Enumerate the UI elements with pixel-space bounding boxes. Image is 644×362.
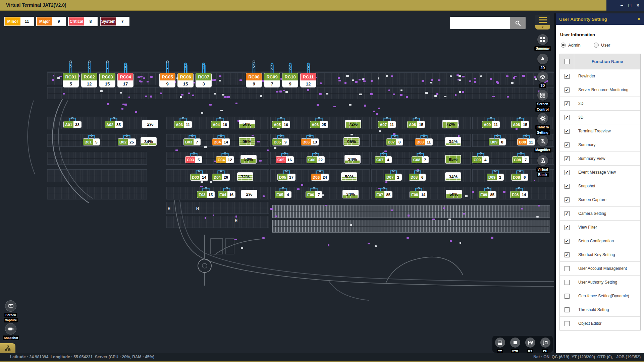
function-checkbox[interactable]: ✓ xyxy=(565,239,570,244)
yt-vehicle-icon[interactable] xyxy=(495,338,505,348)
crane-badge-rc05[interactable]: RC059 xyxy=(160,73,175,87)
terminal-map[interactable]: HHHRC015RC0212RC0315RC0417RC059RC0615RC0… xyxy=(0,0,554,353)
function-checkbox[interactable]: ✓ xyxy=(565,101,570,106)
occupancy-badge[interactable]: 2% xyxy=(143,120,158,128)
crane-badge-rc04[interactable]: RC0417 xyxy=(118,73,133,87)
function-checkbox[interactable]: ✓ xyxy=(565,184,570,189)
block-badge-c08[interactable]: C087 xyxy=(412,157,428,163)
otr-vehicle-icon[interactable] xyxy=(510,338,520,348)
block-badge-e07[interactable]: E0785 xyxy=(375,191,392,198)
alert-critical[interactable]: Critical8 xyxy=(68,17,98,26)
screengrid-icon[interactable] xyxy=(537,90,548,101)
magnifier-icon[interactable] xyxy=(537,136,548,146)
block-badge-c09[interactable]: C094 xyxy=(472,157,489,163)
block-badge-c07[interactable]: C074 xyxy=(375,157,391,163)
block-badge-b08[interactable]: B0811 xyxy=(415,139,432,145)
block-badge-d05[interactable]: D0517 xyxy=(278,174,295,180)
block-badge-d07[interactable]: D072 xyxy=(385,174,401,180)
function-checkbox[interactable] xyxy=(565,280,570,285)
block-badge-e08[interactable]: E0814 xyxy=(410,191,427,198)
select-all-checkbox[interactable] xyxy=(565,59,570,64)
minimize-button[interactable]: − xyxy=(620,3,623,8)
occupancy-badge[interactable]: 72% xyxy=(237,173,253,181)
block-badge-b02[interactable]: B0225 xyxy=(118,139,136,145)
block-badge-e04[interactable]: E0416 xyxy=(218,191,235,198)
block-badge-b07[interactable]: B078 xyxy=(386,139,403,145)
occupancy-badge[interactable]: 50% xyxy=(239,120,255,128)
block-badge-c08[interactable]: C087 xyxy=(513,157,529,163)
function-checkbox[interactable]: ✓ xyxy=(565,87,570,93)
function-checkbox[interactable]: ✓ xyxy=(565,252,570,257)
occupancy-badge[interactable]: 34% xyxy=(345,155,360,163)
function-checkbox[interactable] xyxy=(565,307,570,312)
function-checkbox[interactable] xyxy=(565,266,570,271)
crane-badge-rc03[interactable]: RC0315 xyxy=(100,73,115,87)
function-checkbox[interactable]: ✓ xyxy=(565,129,570,134)
block-badge-b06[interactable]: B0613 xyxy=(301,139,319,145)
radio-user[interactable]: User xyxy=(594,43,625,48)
eh-vehicle-icon[interactable] xyxy=(540,338,550,348)
block-badge-e09[interactable]: E0985 xyxy=(479,191,496,198)
occupancy-badge[interactable]: 72% xyxy=(345,120,361,128)
block-badge-e03[interactable]: E0315 xyxy=(197,191,214,198)
block-badge-a04[interactable]: A0418 xyxy=(211,121,229,128)
shape3d-icon[interactable] xyxy=(537,71,548,82)
block-badge-a03[interactable]: A0311 xyxy=(174,121,192,128)
block-badge-c03[interactable]: C035 xyxy=(185,157,202,163)
occupancy-badge[interactable]: 34% xyxy=(343,190,358,198)
block-badge-a07[interactable]: A0711 xyxy=(378,121,395,128)
search-input[interactable] xyxy=(450,17,510,29)
block-badge-b03[interactable]: B037 xyxy=(184,139,200,145)
occupancy-badge[interactable]: 95% xyxy=(239,137,255,145)
occupancy-badge[interactable]: 50% xyxy=(446,190,462,198)
gear-icon[interactable] xyxy=(537,113,548,124)
occupancy-badge[interactable]: 34% xyxy=(445,173,461,181)
crane-badge-rc07[interactable]: RC073 xyxy=(196,73,211,87)
block-badge-b04[interactable]: B0414 xyxy=(212,139,230,145)
function-checkbox[interactable]: ✓ xyxy=(565,115,570,120)
terminal-treeview-tab[interactable] xyxy=(0,343,15,353)
menu-button[interactable] xyxy=(535,15,550,25)
crane-badge-rc08[interactable]: RC089 xyxy=(246,73,262,87)
block-badge-a08[interactable]: A0815 xyxy=(408,121,425,128)
crane-badge-rc02[interactable]: RC0212 xyxy=(82,73,97,87)
alert-system[interactable]: System7 xyxy=(100,17,129,26)
function-checkbox[interactable]: ✓ xyxy=(565,142,570,147)
screencapture-icon[interactable] xyxy=(5,300,16,312)
function-checkbox[interactable]: ✓ xyxy=(565,170,570,175)
block-badge-e06[interactable]: E067 xyxy=(306,191,322,198)
crane-badge-rc01[interactable]: RC015 xyxy=(63,73,78,87)
menu-collapse-tab[interactable]: ▾ xyxy=(535,25,550,29)
block-badge-c06[interactable]: C0622 xyxy=(307,157,324,163)
function-checkbox[interactable] xyxy=(565,321,570,326)
crane-badge-rc11[interactable]: RC1112 xyxy=(301,73,316,87)
occupancy-badge[interactable]: 72% xyxy=(443,120,458,128)
occupancy-badge[interactable]: 95% xyxy=(445,155,461,163)
block-badge-d08[interactable]: D086 xyxy=(512,174,528,180)
radio-admin[interactable]: Admin xyxy=(561,43,592,48)
function-checkbox[interactable]: ✓ xyxy=(565,225,570,230)
block-badge-a09[interactable]: A0911 xyxy=(482,121,499,128)
maximize-button[interactable]: □ xyxy=(628,3,631,8)
shape2d-icon[interactable] xyxy=(537,54,548,64)
block-badge-b05[interactable]: B059 xyxy=(272,139,289,145)
block-badge-c04[interactable]: C0412 xyxy=(216,157,234,163)
occupancy-badge[interactable]: 34% xyxy=(141,137,156,145)
occupancy-badge[interactable]: 2% xyxy=(241,190,257,198)
block-badge-e08[interactable]: E0814 xyxy=(511,191,528,198)
alert-minor[interactable]: Minor11 xyxy=(4,17,34,26)
grid-icon[interactable] xyxy=(537,34,548,45)
block-badge-a06[interactable]: A0625 xyxy=(310,121,328,128)
function-checkbox[interactable]: ✓ xyxy=(565,74,570,79)
block-badge-a05[interactable]: A0516 xyxy=(272,121,290,128)
close-button[interactable]: × xyxy=(637,3,639,8)
block-badge-d08[interactable]: D086 xyxy=(409,174,426,180)
crane-badge-rc09[interactable]: RC097 xyxy=(264,73,280,87)
block-badge-a08[interactable]: A0815 xyxy=(512,121,529,128)
block-badge-c05[interactable]: C0516 xyxy=(276,157,293,163)
alert-major[interactable]: Major9 xyxy=(36,17,66,26)
block-badge-b01[interactable]: B015 xyxy=(83,139,100,145)
block-badge-e05[interactable]: E054 xyxy=(275,191,291,198)
function-checkbox[interactable] xyxy=(565,294,570,299)
blocks-icon[interactable] xyxy=(537,155,548,166)
